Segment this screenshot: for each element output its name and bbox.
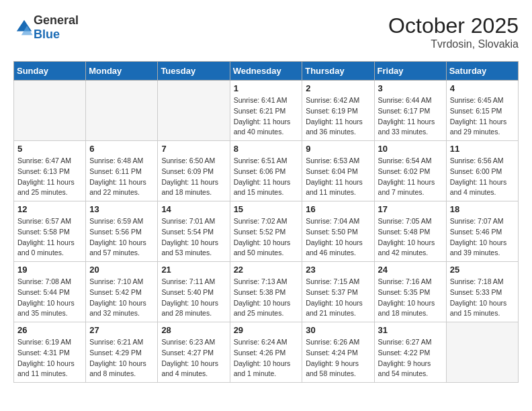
day-info: Sunrise: 6:44 AMSunset: 6:17 PMDaylight:…: [378, 95, 443, 138]
day-number: 20: [89, 265, 154, 275]
day-number: 22: [234, 265, 299, 275]
calendar-cell: 5Sunrise: 6:47 AMSunset: 6:13 PMDaylight…: [14, 141, 86, 201]
weekday-header-thursday: Thursday: [302, 62, 374, 81]
day-info: Sunrise: 6:24 AMSunset: 4:26 PMDaylight:…: [234, 337, 299, 379]
day-info: Sunrise: 6:51 AMSunset: 6:06 PMDaylight:…: [234, 156, 299, 198]
day-number: 14: [161, 204, 226, 214]
calendar-cell: 24Sunrise: 7:16 AMSunset: 5:35 PMDayligh…: [374, 262, 446, 322]
calendar-cell: 14Sunrise: 7:01 AMSunset: 5:54 PMDayligh…: [158, 201, 230, 262]
calendar-cell: [158, 81, 230, 141]
day-number: 31: [378, 325, 443, 335]
calendar-cell: [86, 81, 158, 141]
day-info: Sunrise: 7:10 AMSunset: 5:42 PMDaylight:…: [89, 277, 154, 319]
day-info: Sunrise: 6:26 AMSunset: 4:24 PMDaylight:…: [306, 337, 370, 379]
day-number: 7: [161, 144, 226, 154]
day-number: 17: [378, 204, 443, 214]
weekday-header-wednesday: Wednesday: [230, 62, 302, 81]
day-info: Sunrise: 6:48 AMSunset: 6:11 PMDaylight:…: [89, 156, 154, 198]
day-info: Sunrise: 7:02 AMSunset: 5:52 PMDaylight:…: [234, 216, 299, 259]
day-number: 24: [378, 265, 443, 275]
calendar-cell: 18Sunrise: 7:07 AMSunset: 5:46 PMDayligh…: [446, 201, 518, 262]
day-info: Sunrise: 6:42 AMSunset: 6:19 PMDaylight:…: [306, 95, 370, 138]
calendar-cell: [14, 81, 86, 141]
day-number: 16: [306, 204, 370, 214]
week-row-2: 5Sunrise: 6:47 AMSunset: 6:13 PMDaylight…: [14, 141, 519, 201]
logo-icon: [15, 18, 34, 37]
calendar-cell: 4Sunrise: 6:45 AMSunset: 6:15 PMDaylight…: [446, 81, 518, 141]
calendar-cell: 2Sunrise: 6:42 AMSunset: 6:19 PMDaylight…: [302, 81, 374, 141]
calendar-cell: 23Sunrise: 7:15 AMSunset: 5:37 PMDayligh…: [302, 262, 374, 322]
day-number: 23: [306, 265, 370, 275]
week-row-4: 19Sunrise: 7:08 AMSunset: 5:44 PMDayligh…: [14, 262, 519, 322]
day-number: 11: [450, 144, 515, 154]
day-number: 12: [17, 204, 82, 214]
calendar-cell: 12Sunrise: 6:57 AMSunset: 5:58 PMDayligh…: [14, 201, 86, 262]
calendar-cell: 26Sunrise: 6:19 AMSunset: 4:31 PMDayligh…: [14, 322, 86, 383]
day-number: 13: [89, 204, 154, 214]
calendar-cell: 25Sunrise: 7:18 AMSunset: 5:33 PMDayligh…: [446, 262, 518, 322]
calendar-cell: 3Sunrise: 6:44 AMSunset: 6:17 PMDaylight…: [374, 81, 446, 141]
day-number: 8: [234, 144, 299, 154]
weekday-header-row: SundayMondayTuesdayWednesdayThursdayFrid…: [14, 62, 519, 81]
day-number: 15: [234, 204, 299, 214]
day-info: Sunrise: 6:59 AMSunset: 5:56 PMDaylight:…: [89, 216, 154, 259]
calendar-cell: 20Sunrise: 7:10 AMSunset: 5:42 PMDayligh…: [86, 262, 158, 322]
svg-marker-0: [17, 20, 32, 32]
day-number: 1: [234, 83, 299, 93]
day-info: Sunrise: 7:04 AMSunset: 5:50 PMDaylight:…: [306, 216, 370, 259]
day-info: Sunrise: 7:13 AMSunset: 5:38 PMDaylight:…: [234, 277, 299, 319]
week-row-3: 12Sunrise: 6:57 AMSunset: 5:58 PMDayligh…: [14, 201, 519, 262]
day-number: 27: [89, 325, 154, 335]
calendar-cell: [446, 322, 518, 383]
weekday-header-sunday: Sunday: [14, 62, 86, 81]
weekday-header-tuesday: Tuesday: [158, 62, 230, 81]
day-number: 29: [234, 325, 299, 335]
weekday-header-friday: Friday: [374, 62, 446, 81]
day-info: Sunrise: 7:01 AMSunset: 5:54 PMDaylight:…: [161, 216, 226, 259]
day-info: Sunrise: 7:11 AMSunset: 5:40 PMDaylight:…: [161, 277, 226, 319]
day-info: Sunrise: 6:23 AMSunset: 4:27 PMDaylight:…: [161, 337, 226, 379]
week-row-1: 1Sunrise: 6:41 AMSunset: 6:21 PMDaylight…: [14, 81, 519, 141]
day-number: 26: [17, 325, 82, 335]
weekday-header-monday: Monday: [86, 62, 158, 81]
day-number: 10: [378, 144, 443, 154]
calendar-cell: 1Sunrise: 6:41 AMSunset: 6:21 PMDaylight…: [230, 81, 302, 141]
day-info: Sunrise: 7:16 AMSunset: 5:35 PMDaylight:…: [378, 277, 443, 319]
logo-general-text: General: [34, 13, 79, 27]
day-info: Sunrise: 7:07 AMSunset: 5:46 PMDaylight:…: [450, 216, 515, 259]
location-title: Tvrdosin, Slovakia: [388, 38, 519, 50]
day-info: Sunrise: 7:18 AMSunset: 5:33 PMDaylight:…: [450, 277, 515, 319]
calendar-cell: 31Sunrise: 6:27 AMSunset: 4:22 PMDayligh…: [374, 322, 446, 383]
calendar-cell: 16Sunrise: 7:04 AMSunset: 5:50 PMDayligh…: [302, 201, 374, 262]
day-info: Sunrise: 7:05 AMSunset: 5:48 PMDaylight:…: [378, 216, 443, 259]
day-info: Sunrise: 6:53 AMSunset: 6:04 PMDaylight:…: [306, 156, 370, 198]
day-number: 5: [17, 144, 82, 154]
logo: General Blue: [13, 13, 79, 42]
calendar-cell: 29Sunrise: 6:24 AMSunset: 4:26 PMDayligh…: [230, 322, 302, 383]
calendar-cell: 13Sunrise: 6:59 AMSunset: 5:56 PMDayligh…: [86, 201, 158, 262]
day-number: 30: [306, 325, 370, 335]
calendar-cell: 22Sunrise: 7:13 AMSunset: 5:38 PMDayligh…: [230, 262, 302, 322]
day-info: Sunrise: 6:54 AMSunset: 6:02 PMDaylight:…: [378, 156, 443, 198]
calendar-cell: 30Sunrise: 6:26 AMSunset: 4:24 PMDayligh…: [302, 322, 374, 383]
calendar-cell: 11Sunrise: 6:56 AMSunset: 6:00 PMDayligh…: [446, 141, 518, 201]
day-info: Sunrise: 6:45 AMSunset: 6:15 PMDaylight:…: [450, 95, 515, 138]
day-info: Sunrise: 6:21 AMSunset: 4:29 PMDaylight:…: [89, 337, 154, 379]
calendar-cell: 7Sunrise: 6:50 AMSunset: 6:09 PMDaylight…: [158, 141, 230, 201]
day-number: 19: [17, 265, 82, 275]
calendar-cell: 10Sunrise: 6:54 AMSunset: 6:02 PMDayligh…: [374, 141, 446, 201]
weekday-header-saturday: Saturday: [446, 62, 518, 81]
logo-blue-text: Blue: [34, 28, 60, 41]
calendar-cell: 21Sunrise: 7:11 AMSunset: 5:40 PMDayligh…: [158, 262, 230, 322]
page-header: General Blue October 2025 Tvrdosin, Slov…: [13, 13, 519, 50]
calendar-cell: 9Sunrise: 6:53 AMSunset: 6:04 PMDaylight…: [302, 141, 374, 201]
calendar-table: SundayMondayTuesdayWednesdayThursdayFrid…: [13, 61, 519, 383]
day-info: Sunrise: 6:27 AMSunset: 4:22 PMDaylight:…: [378, 337, 443, 379]
day-number: 4: [450, 83, 515, 93]
calendar-cell: 28Sunrise: 6:23 AMSunset: 4:27 PMDayligh…: [158, 322, 230, 383]
calendar-cell: 15Sunrise: 7:02 AMSunset: 5:52 PMDayligh…: [230, 201, 302, 262]
day-number: 25: [450, 265, 515, 275]
day-info: Sunrise: 7:08 AMSunset: 5:44 PMDaylight:…: [17, 277, 82, 319]
week-row-5: 26Sunrise: 6:19 AMSunset: 4:31 PMDayligh…: [14, 322, 519, 383]
calendar-cell: 27Sunrise: 6:21 AMSunset: 4:29 PMDayligh…: [86, 322, 158, 383]
